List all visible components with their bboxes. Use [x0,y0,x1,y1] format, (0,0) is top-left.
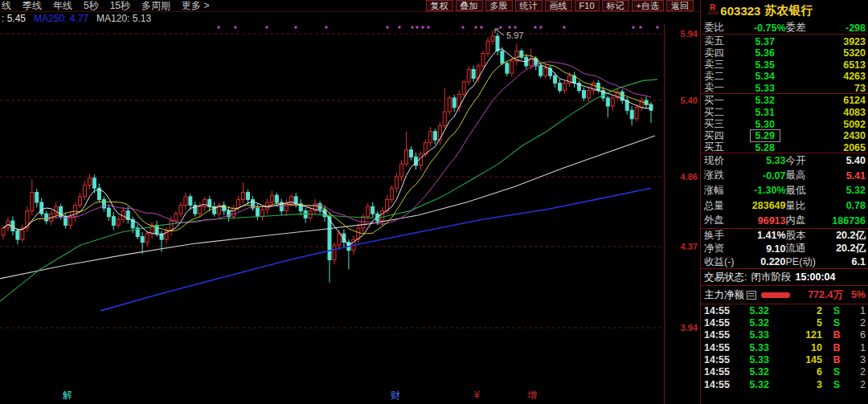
tick-price: 5.33 [736,342,783,353]
stat-value: 5.40 [821,155,866,166]
order-price: 5.30 [731,119,799,130]
stat-label: 涨幅 [704,184,741,198]
ask-levels: 卖五 5.37 3923 卖四 5.36 5320 卖三 5.35 6513 卖… [701,35,868,94]
main-capital-flow-row[interactable]: 主力净额 772.4万 5% [701,286,868,304]
period-menu-item[interactable]: 更多 > [182,1,209,11]
order-book-row[interactable]: 卖一 5.33 73 [701,81,868,93]
tick-volume: 145 [783,354,829,365]
tick-time: 14:55 [704,329,736,341]
toolbar-button[interactable]: 返回 [666,0,694,11]
tick-count: 2 [845,317,866,329]
list-icon[interactable] [747,291,756,300]
order-level-label: 卖一 [704,81,731,95]
tick-side: S [829,317,845,329]
tick-trade-list[interactable]: 14:55 5.32 2 S 1 14:55 5.32 5 S 2 14:55 … [701,304,868,404]
order-price: 5.34 [731,71,799,82]
weibi-row: 委比 -0.75% 委差 -298 [701,21,868,35]
ma-indicator-labels: : 5.45MA250: 4.77MA120: 5.13 [0,12,700,24]
price-stats-block: 现价 5.33 今开 5.40 涨跌 -0.07 最高 5.41 涨幅 -1.3… [701,153,868,229]
price-axis: 5.945.404.864.373.94 [664,24,701,404]
order-price: 5.35 [731,59,799,71]
toolbar-button[interactable]: 叠加 [456,0,483,11]
stat-value: 5.33 [741,155,786,166]
stock-name: 苏农银行 [764,3,813,18]
order-book-row[interactable]: 卖四 5.36 5320 [701,47,868,59]
margin-trading-badge: R 1000 [707,6,718,15]
order-book-row[interactable]: 买一 5.32 6124 [701,94,868,106]
toolbar-button[interactable]: 多股 [485,0,513,11]
tick-volume: 121 [783,329,829,341]
stat-label: 最低 [786,184,821,198]
order-book-row[interactable]: 买五 5.28 2065 [701,141,868,153]
watermark-char: ¥ [473,390,480,401]
tick-side: B [829,342,845,353]
order-book-row[interactable]: 买四 5.29 2430 [701,129,868,141]
period-menu-item[interactable]: 线 [2,1,11,11]
stat-row: 收益(-) 0.220 PE(动) 6.1 [701,255,868,268]
stat-value: 0.78 [821,200,866,211]
order-book-row[interactable]: 买三 5.30 5092 [701,117,868,129]
toolbar-button[interactable]: 画线 [545,0,572,11]
tick-price: 5.32 [736,366,783,377]
stat-row: 外盘 96913 内盘 186736 [701,213,868,228]
stat-value: -0.07 [741,170,786,182]
tick-time: 14:55 [704,317,736,329]
toolbar-button[interactable]: 统计 [515,0,542,11]
tick-volume: 3 [783,379,829,390]
ma-label: : 5.45 [2,13,26,24]
toolbar-button[interactable]: F10 [575,0,600,11]
period-menu-item[interactable]: 多周期 [141,1,170,11]
tick-price: 5.32 [736,305,783,316]
toolbar-button[interactable]: +自选 [632,0,664,11]
toolbar-button[interactable]: 标记 [602,0,629,11]
stat-row: 涨跌 -0.07 最高 5.41 [701,169,868,184]
tick-time: 14:55 [704,379,736,390]
order-price: 5.37 [731,36,799,47]
stat-label: 股本 [786,229,821,243]
tick-row: 14:55 5.32 6 S 2 [701,366,868,378]
trade-status-label: 交易状态: [704,271,747,284]
order-quantity: 4083 [799,107,866,118]
stat-label: 内盘 [786,214,821,227]
stat-label: 现价 [704,154,741,168]
tick-row: 14:55 5.33 145 B 3 [701,353,868,365]
order-quantity: 2065 [799,142,866,153]
period-menu: 线季线年线5秒15秒多周期更多 > [0,1,209,11]
tick-count: 1 [845,305,866,316]
stat-value: -1.30% [741,185,786,196]
tick-row: 14:55 5.33 10 B 1 [701,341,868,353]
toolbar-buttons: 复权叠加多股统计画线F10标记+自选返回 [426,0,700,11]
order-book-row[interactable]: 卖二 5.34 4263 [701,70,868,82]
trade-status-time: 15:00:04 [795,271,835,283]
toolbar-button[interactable]: 复权 [426,0,453,11]
stock-code: 603323 [720,4,760,18]
order-book-row[interactable]: 卖三 5.35 6513 [701,58,868,70]
period-menu-item[interactable]: 15秒 [110,1,130,11]
stat-value: 20.2亿 [821,229,866,243]
stat-value: 9.10 [741,243,786,255]
stat-label: 涨跌 [704,169,741,182]
stat-row: 换手 1.41% 股本 20.2亿 [701,229,868,242]
order-quantity: 73 [799,83,866,94]
period-menu-item[interactable]: 5秒 [84,1,99,11]
stat-label: 量比 [786,199,821,213]
period-menu-item[interactable]: 季线 [23,1,42,11]
order-book-row[interactable]: 卖五 5.37 3923 [701,35,868,47]
stat-row: 涨幅 -1.30% 最低 5.32 [701,183,868,198]
peak-price-annotation: 5.97 [506,31,523,40]
order-book-row[interactable]: 买二 5.31 4083 [701,106,868,118]
stat-label: 流通 [786,242,821,255]
order-quantity: 3923 [799,36,866,47]
order-price: 5.28 [731,142,799,153]
order-price: 5.32 [731,95,799,106]
badge-1000: 1000 [707,10,718,15]
axis-price-label: 4.37 [681,242,698,251]
order-price: 5.33 [731,83,799,94]
axis-price-label: 5.94 [681,29,698,39]
tick-row: 14:55 5.32 5 S 2 [701,316,868,329]
weibi-value: -0.75% [741,22,786,34]
candlestick-chart[interactable]: 5.97解财¥增 [0,24,664,404]
stock-header[interactable]: R 1000 603323 苏农银行 [700,0,868,22]
period-menu-item[interactable]: 年线 [53,1,72,11]
stat-row: 净资 9.10 流通 20.2亿 [701,242,868,255]
